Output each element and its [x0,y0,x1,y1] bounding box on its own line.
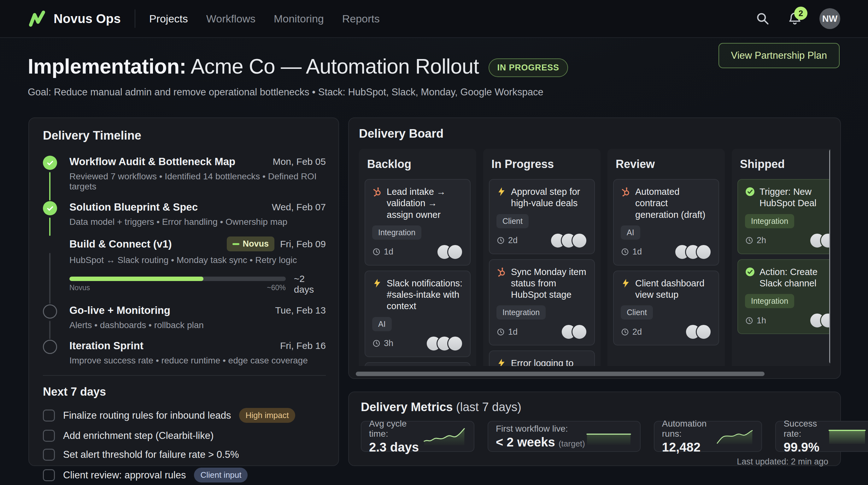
avatar [571,324,587,340]
nav-item-workflows[interactable]: Workflows [206,12,255,25]
milestone-meta: Reviewed 7 workflows • Identified 14 bot… [69,171,326,192]
clock-icon [621,328,629,336]
check-circle-icon [43,156,57,170]
board-card[interactable]: Sync Monday item status from HubSpot sta… [489,259,595,346]
card-title: Automated contract generation (draft) [635,186,712,220]
avatar [571,233,587,249]
task-row: Set alert threshold for failure rate > 0… [43,449,326,461]
metric-value: 12,482 [662,440,716,454]
task-row: Finalize routing rules for inbound leads… [43,408,326,423]
nav-item-projects[interactable]: Projects [149,12,188,25]
card-time: 1d [508,327,518,337]
card-title: Trigger: New HubSpot Deal [760,186,830,209]
milestone-progress: Novus ~60% ~2 days [69,274,326,295]
clock-icon [372,339,381,348]
milestone-meta: Alerts • dashboards • rollback plan [69,320,326,330]
milestone-title: Workflow Audit & Bottleneck Map [69,156,267,168]
user-avatar[interactable]: NW [819,8,840,29]
high-impact-badge: High impact [239,408,295,423]
filled-flat-line-icon [828,425,867,448]
timeline-item: Solution Blueprint & Spec Wed, Feb 07 Da… [43,201,326,227]
board-column-shipped: Shipped Trigger: New HubSpot Deal Integr… [732,149,830,366]
page-title-project: Acme Co — Automation Rollout [190,55,479,78]
milestone-title: Solution Blueprint & Spec [69,201,266,213]
flat-line-icon [585,425,632,448]
owner-badge-label: Novus [243,239,269,249]
timeline-connector [49,253,51,304]
metric-card-avg-cycle-time: Avg cycle time: 2.3 days [361,421,474,452]
clock-icon [372,248,381,256]
board-vertical-scrollbar[interactable] [829,149,830,364]
pending-circle-icon [43,304,57,319]
avatar [447,336,463,351]
board-card[interactable]: Retry strategy + dead-letter queue Relia… [365,362,471,366]
nav-item-reports[interactable]: Reports [342,12,380,25]
avatar-stack [550,233,587,249]
card-tag: Integration [496,305,546,319]
page-title-prefix: Implementation: [28,55,186,78]
nav-item-monitoring[interactable]: Monitoring [274,12,324,25]
progress-owner-label: Novus [69,284,90,292]
task-row: Add enrichment step (Clearbit-like) [43,430,326,442]
clock-icon [621,248,629,256]
milestone-meta: Improve success rate • reduce runtime • … [69,355,326,366]
avatar [696,244,712,260]
task-label: Set alert threshold for failure rate > 0… [63,449,239,460]
task-checkbox[interactable] [43,449,55,461]
board-card-shipped[interactable]: Trigger: New HubSpot Deal Integration 2h [737,179,830,254]
board-card[interactable]: Slack notifications: #sales-intake with … [365,270,471,357]
timeline-connector [49,172,51,200]
board-card[interactable]: Error logging to dedicated Slack channel… [489,350,595,366]
section-divider [43,375,326,376]
board-card[interactable]: Client dashboard view setup Client 2d [613,270,719,346]
view-partnership-plan-button[interactable]: View Partnership Plan [718,43,840,68]
project-subtitle: Goal: Reduce manual admin and remove ope… [28,87,840,98]
metric-label: Avg cycle time: [369,419,423,439]
timeline-item: Workflow Audit & Bottleneck Map Mon, Feb… [43,156,326,192]
metric-value: 2.3 days [369,440,423,454]
avatar [696,324,712,340]
board-card-shipped[interactable]: Action: Create Slack channel Integration… [737,259,830,334]
board-card[interactable]: Lead intake → validation → assign owner … [365,179,471,265]
nav-divider [135,9,135,28]
metric-label: Success rate: [783,419,828,439]
timeline-item: Iteration Sprint Fri, Feb 16 Improve suc… [43,340,326,366]
zap-icon [621,278,631,288]
card-tag: AI [621,225,640,240]
milestone-meta: HubSpot ↔ Slack routing • Monday task sy… [69,255,326,265]
milestone-date: Fri, Feb 09 [280,239,326,250]
progress-percent-label: ~60% [267,284,285,292]
task-checkbox[interactable] [43,469,55,481]
task-checkbox[interactable] [43,430,55,442]
avatar-stack [809,313,830,329]
page-header: Implementation: Acme Co — Automation Rol… [28,38,840,98]
task-label: Finalize routing rules for inbound leads [63,410,231,421]
zap-icon [496,358,506,366]
task-checkbox[interactable] [43,409,55,422]
notifications-bell-icon[interactable]: 2 [787,11,802,26]
card-tag: Integration [745,294,794,308]
last-updated-label: Last updated: 2 min ago [361,457,828,467]
search-icon[interactable] [755,11,770,26]
progress-eta-label: ~2 days [294,274,326,295]
timeline-connector [49,321,51,339]
board-card[interactable]: Automated contract generation (draft) AI… [613,179,719,265]
board-horizontal-scrollbar[interactable] [356,372,765,376]
board-column-review: Review Automated contract generation (dr… [608,149,725,366]
board-card[interactable]: Approval step for high-value deals Clien… [489,179,595,254]
metric-label: Automation runs: [662,419,716,439]
dash-icon [232,243,239,245]
task-label: Client review: approval rules [63,469,186,481]
top-nav: Novus Ops Projects Workflows Monitoring … [0,0,868,38]
metric-value: < 2 weeks (target) [496,435,585,449]
metric-card-automation-runs: Automation runs: 12,482 [654,421,762,452]
timeline-item: Go-live + Monitoring Tue, Feb 13 Alerts … [43,304,326,330]
card-tag: Client [621,305,653,319]
card-title: Client dashboard view setup [635,278,712,301]
card-time: 3h [384,339,393,348]
check-circle-icon [745,267,755,277]
metrics-title-range: (last 7 days) [456,400,521,413]
board-column-backlog: Backlog Lead intake → validation → assig… [359,149,476,366]
owner-badge: Novus [227,236,274,251]
check-circle-icon [745,187,755,197]
